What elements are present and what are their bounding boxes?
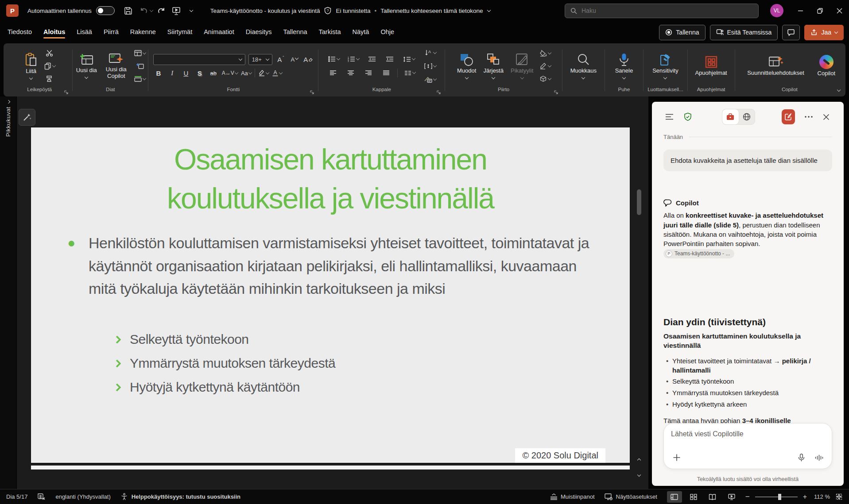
sensitivity-status[interactable]: Ei tunnistetta <box>336 8 370 14</box>
save-icon[interactable] <box>121 3 136 18</box>
work-mode-tab[interactable] <box>722 109 739 124</box>
italic-button[interactable]: I <box>167 68 178 78</box>
slide-layout-button[interactable] <box>133 48 147 58</box>
slide-copyright[interactable]: © 2020 Solu Digital <box>515 448 605 463</box>
clipboard-dialog-launcher[interactable] <box>64 90 69 95</box>
web-mode-tab[interactable] <box>739 109 755 124</box>
character-spacing-button[interactable]: A↔V <box>222 68 238 78</box>
search-input[interactable] <box>582 7 753 14</box>
text-direction-button[interactable]: A <box>423 47 437 58</box>
design-ideas-button[interactable] <box>19 109 35 126</box>
cut-button[interactable] <box>43 48 56 58</box>
text-shadow-button[interactable]: S <box>194 68 205 78</box>
save-status[interactable]: Tallennettu kohteeseen tämä tietokone <box>380 8 483 14</box>
grow-font-button[interactable]: Aˆ <box>275 55 286 65</box>
bullets-button[interactable] <box>326 54 341 65</box>
title-chevron-icon[interactable] <box>487 8 491 12</box>
section-button[interactable] <box>133 73 147 84</box>
zoom-level[interactable]: 112 % <box>810 489 833 504</box>
shapes-button[interactable]: Muodot <box>455 52 478 80</box>
avatar[interactable]: VL <box>770 4 783 17</box>
strikethrough-button[interactable]: ab <box>208 68 219 78</box>
dictate-button[interactable]: Sanele <box>613 52 635 80</box>
zoom-slider[interactable] <box>755 496 798 497</box>
voice-mode-icon[interactable] <box>813 452 825 463</box>
record-button[interactable]: Tallenna <box>659 25 705 40</box>
zoom-slider-thumb[interactable] <box>778 494 781 500</box>
tab-tiedosto[interactable]: Tiedosto <box>2 24 38 40</box>
tab-nayta[interactable]: Näytä <box>347 24 375 40</box>
next-slide-button[interactable] <box>634 470 644 480</box>
line-spacing-button[interactable] <box>401 54 417 65</box>
sensitivity-shield-icon[interactable]: ? <box>324 7 332 15</box>
minimize-button[interactable] <box>791 0 810 21</box>
document-title[interactable]: Teams-käyttöönotto - koulutus ja viestin… <box>210 8 320 14</box>
font-dialog-launcher[interactable] <box>310 90 314 95</box>
close-pane-icon[interactable] <box>821 110 832 123</box>
microphone-icon[interactable] <box>795 452 807 463</box>
user-message-bubble[interactable]: Ehdota kuvakkeita ja asetteluja tälle di… <box>663 150 832 171</box>
normal-view-button[interactable] <box>667 491 682 503</box>
undo-icon[interactable] <box>139 3 154 18</box>
comments-button[interactable] <box>782 25 800 40</box>
font-name-combo[interactable] <box>153 54 245 65</box>
share-button[interactable]: Jaa <box>804 25 844 40</box>
slide-indicator[interactable]: Dia 5/17 <box>0 489 32 504</box>
shape-effects-button[interactable] <box>539 73 552 84</box>
slide-body-text[interactable]: ● Henkilöstön kouluttamisen varmistamise… <box>89 232 591 300</box>
align-left-button[interactable] <box>326 68 340 78</box>
quick-styles-button[interactable]: Pikatyylit <box>509 52 535 80</box>
notes-toggle[interactable]: Muistiinpanot <box>545 489 600 504</box>
justify-button[interactable] <box>380 68 393 78</box>
columns-button[interactable] <box>402 68 417 78</box>
tab-tallenna[interactable]: Tallenna <box>278 24 313 40</box>
tab-rakenne[interactable]: Rakenne <box>124 24 162 40</box>
increase-indent-button[interactable] <box>383 54 396 65</box>
reference-chip[interactable]: PTeams-käyttöönotto - ... <box>663 249 734 258</box>
slideshow-view-button[interactable] <box>724 491 739 503</box>
numbering-button[interactable]: 123 <box>346 54 361 65</box>
present-in-teams-button[interactable]: Esitä Teamsissa <box>710 25 778 40</box>
tab-animaatiot[interactable]: Animaatiot <box>198 24 240 40</box>
redo-icon[interactable] <box>154 3 169 18</box>
shrink-font-button[interactable]: A <box>289 55 300 65</box>
vertical-scrollbar-thumb[interactable] <box>637 189 641 215</box>
start-slideshow-icon[interactable] <box>169 3 184 18</box>
decrease-indent-button[interactable] <box>365 54 379 65</box>
new-slide-copilot-button[interactable]: Uusi dia Copilot <box>102 52 130 81</box>
protected-shield-icon[interactable] <box>682 110 694 123</box>
copilot-input-card[interactable] <box>663 423 832 469</box>
paste-button[interactable]: Liitä <box>23 52 39 80</box>
format-painter-button[interactable] <box>43 73 56 84</box>
collapse-ribbon-chevron-icon[interactable] <box>837 85 840 93</box>
designer-button[interactable]: Suunnitteluehdotukset <box>742 54 810 77</box>
editing-button[interactable]: Muokkaus <box>569 52 598 80</box>
copilot-message-input[interactable] <box>671 430 825 438</box>
spellcheck-status-icon[interactable] <box>32 489 50 504</box>
work-web-toggle[interactable] <box>722 109 755 125</box>
highlight-color-button[interactable] <box>258 68 269 78</box>
copilot-button[interactable]: Copilot <box>816 54 837 78</box>
fit-to-window-button[interactable] <box>833 489 849 504</box>
sub-bullet[interactable]: Hyötyjä kytkettynä käytäntöön <box>114 380 335 395</box>
slide-title[interactable]: Osaamisen kartuttaminenkoulutuksella ja … <box>76 140 585 218</box>
font-color-button[interactable]: A <box>272 68 283 78</box>
clear-formatting-button[interactable]: A <box>303 55 314 65</box>
autosave-toggle[interactable] <box>96 6 115 15</box>
tab-diaesitys[interactable]: Diaesitys <box>240 24 278 40</box>
add-attachment-icon[interactable] <box>671 452 682 463</box>
search-box[interactable] <box>565 4 759 18</box>
slide-canvas[interactable]: Osaamisen kartuttaminenkoulutuksella ja … <box>31 127 630 463</box>
display-settings-button[interactable]: Näyttöasetukset <box>600 489 662 504</box>
tab-siirtymat[interactable]: Siirtymät <box>162 24 198 40</box>
tab-aloitus[interactable]: Aloitus <box>38 24 71 40</box>
zoom-out-button[interactable]: − <box>744 492 752 501</box>
tab-tarkista[interactable]: Tarkista <box>313 24 347 40</box>
bold-button[interactable]: B <box>153 68 164 78</box>
tab-piirra[interactable]: Piirrä <box>98 24 124 40</box>
new-chat-button[interactable] <box>782 109 795 124</box>
menu-icon[interactable] <box>663 110 675 123</box>
expand-thumbnails-chevron-icon[interactable] <box>5 102 12 103</box>
reset-slide-button[interactable] <box>133 61 147 71</box>
reading-view-button[interactable] <box>705 491 720 503</box>
